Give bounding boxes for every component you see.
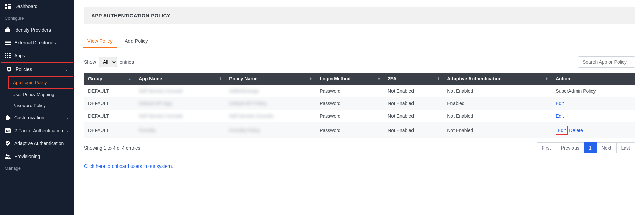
sidebar-item-label: Dashboard	[14, 4, 38, 9]
sidebar-item-dashboard[interactable]: Dashboard	[0, 0, 74, 13]
cell-adaptive: Not Enabled	[443, 85, 551, 97]
table-footer: Showing 1 to 4 of 4 entries First Previo…	[84, 142, 635, 153]
col-adaptive[interactable]: Adaptive Authentication▲▼	[443, 73, 551, 85]
tab-add-policy[interactable]: Add Policy	[123, 36, 149, 48]
cell-policy-name: x0MiniOrange	[225, 85, 316, 97]
sidebar-item-label: External Directories	[14, 40, 56, 45]
action-edit[interactable]: Edit	[556, 113, 564, 119]
sort-icon: ▲	[128, 78, 131, 80]
pagination: First Previous 1 Next Last	[537, 142, 635, 153]
entries-select[interactable]: All	[99, 57, 117, 67]
onboard-link[interactable]: Click here to onboard users in our syste…	[84, 163, 635, 169]
svg-point-24	[6, 154, 8, 156]
shield-check-icon	[5, 140, 11, 146]
svg-rect-6	[5, 41, 11, 42]
cell-group: DEFAULT	[84, 85, 135, 97]
sort-icon: ▲▼	[378, 77, 380, 80]
sidebar-item-apps[interactable]: Apps	[0, 49, 74, 62]
showing-text: Showing 1 to 4 of 4 entries	[84, 145, 140, 151]
col-app-name[interactable]: App Name▲▼	[135, 73, 225, 85]
cell-group: DEFAULT	[84, 110, 135, 122]
sidebar-item-customization[interactable]: Customization ⌄	[0, 111, 74, 124]
col-action: Action	[551, 73, 635, 85]
sidebar-item-provisioning[interactable]: Provisioning	[0, 150, 74, 163]
keypad-icon: 123	[5, 128, 11, 134]
sidebar-item-2fa[interactable]: 123 2-Factor Authentication ⌄	[0, 124, 74, 137]
sort-icon: ▲▼	[309, 77, 312, 80]
shield-icon	[6, 66, 12, 72]
cell-login-method: Password	[316, 97, 384, 110]
sidebar-item-policies[interactable]: Policies ⌄	[1, 62, 73, 76]
users-icon	[5, 153, 11, 159]
sidebar-item-label: Adaptive Authentication	[14, 141, 64, 146]
sidebar: Dashboard Configure Identity Providers E…	[0, 0, 74, 215]
grid-icon	[5, 53, 11, 59]
cell-action: SuperAdmin Policy	[551, 85, 635, 97]
search-input[interactable]	[578, 56, 635, 68]
cell-action: Edit Delete	[551, 122, 635, 138]
cell-group: DEFAULT	[84, 97, 135, 110]
svg-rect-10	[7, 53, 8, 54]
page-1[interactable]: 1	[584, 142, 597, 153]
svg-rect-8	[5, 44, 11, 45]
svg-rect-1	[8, 4, 11, 5]
cell-app-name: Formilla	[135, 122, 225, 138]
table-row: DEFAULTFormillaFormilla PolicyPasswordNo…	[84, 122, 635, 138]
col-group[interactable]: Group▲	[84, 73, 135, 85]
svg-point-21	[9, 117, 11, 119]
svg-point-18	[8, 68, 10, 70]
cell-2fa: Not Enabled	[384, 97, 443, 110]
cell-login-method: Password	[316, 122, 384, 138]
action-delete[interactable]: Delete	[569, 128, 583, 133]
tabs: View Policy Add Policy	[84, 36, 635, 48]
sidebar-section-manage: Manage	[0, 163, 74, 173]
sidebar-subitem-user-policy-mapping[interactable]: User Policy Mapping	[0, 89, 74, 100]
policy-card: View Policy Add Policy Show All entries …	[84, 27, 635, 178]
page-first[interactable]: First	[537, 142, 556, 153]
action-superadmin: SuperAdmin Policy	[556, 88, 596, 94]
sidebar-item-label: Apps	[14, 53, 25, 58]
puzzle-icon	[5, 115, 11, 121]
page-previous[interactable]: Previous	[556, 142, 584, 153]
sidebar-item-label: 2-Factor Authentication	[14, 128, 63, 133]
sidebar-item-adaptive-auth[interactable]: Adaptive Authentication	[0, 137, 74, 150]
svg-rect-3	[5, 7, 7, 9]
cell-login-method: Password	[316, 85, 384, 97]
svg-rect-12	[5, 55, 6, 56]
chevron-down-icon: ⌄	[66, 129, 69, 133]
sidebar-item-external-directories[interactable]: External Directories	[0, 36, 74, 49]
svg-rect-4	[5, 29, 10, 32]
col-2fa[interactable]: 2FA▲▼	[384, 73, 443, 85]
sidebar-item-label: Policies	[16, 66, 32, 72]
entries-control: Show All entries	[84, 57, 134, 67]
svg-point-25	[8, 155, 10, 157]
svg-rect-5	[7, 28, 9, 29]
cell-group: DEFAULT	[84, 122, 135, 138]
sidebar-subitem-app-login-policy[interactable]: App Login Policy	[8, 76, 73, 89]
page-last[interactable]: Last	[616, 142, 635, 153]
entries-show-label: Show	[84, 59, 96, 65]
sidebar-item-identity-providers[interactable]: Identity Providers	[0, 23, 74, 36]
svg-rect-13	[7, 55, 8, 56]
chevron-down-icon: ⌄	[66, 116, 69, 120]
dashboard-icon	[5, 3, 11, 9]
main-content: APP AUTHENTICATION POLICY View Policy Ad…	[74, 0, 644, 215]
cell-2fa: Not Enabled	[384, 122, 443, 138]
page-next[interactable]: Next	[597, 142, 617, 153]
svg-text:123: 123	[6, 130, 10, 132]
page-title: APP AUTHENTICATION POLICY	[84, 7, 635, 24]
search-box	[578, 56, 635, 68]
tab-view-policy[interactable]: View Policy	[86, 36, 114, 48]
table-row: DEFAULTSelf Service Consolex0MiniOrangeP…	[84, 85, 635, 97]
action-edit[interactable]: Edit	[556, 126, 568, 135]
sort-icon: ▲▼	[437, 77, 440, 80]
cell-policy-name: Self Service Console	[225, 110, 316, 122]
svg-rect-9	[5, 53, 6, 54]
table-row: DEFAULTSelf Service ConsoleSelf Service …	[84, 110, 635, 122]
sidebar-subitem-password-policy[interactable]: Password Policy	[0, 100, 74, 111]
col-login-method[interactable]: Login Method▲▼	[316, 73, 384, 85]
cell-login-method: Password	[316, 110, 384, 122]
cell-adaptive: Not Enabled	[443, 122, 551, 138]
action-edit[interactable]: Edit	[556, 101, 564, 106]
col-policy-name[interactable]: Policy Name▲▼	[225, 73, 316, 85]
